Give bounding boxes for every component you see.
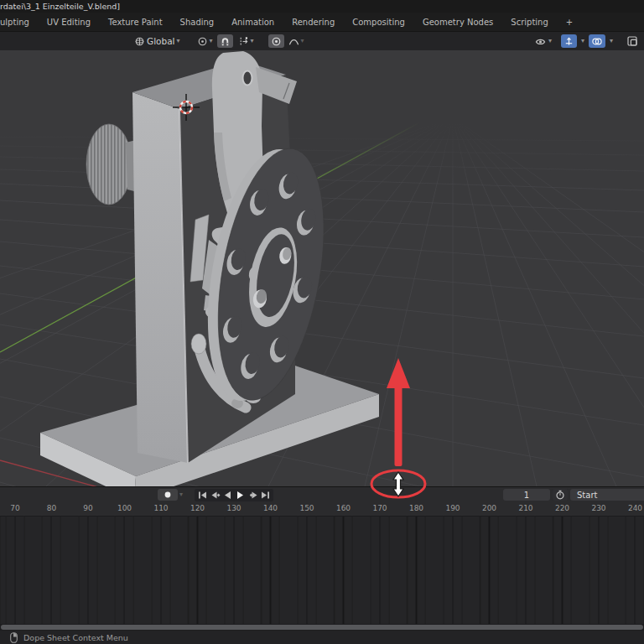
dope-sheet-area[interactable] — [0, 517, 644, 624]
timeline-ruler[interactable]: 7080901001101201301401501601701801902002… — [0, 501, 644, 517]
ruler-tick-label: 140 — [257, 504, 285, 512]
workspace-tab[interactable]: UV Editing — [38, 18, 99, 27]
snap-increment-icon — [237, 36, 249, 47]
falloff-dropdown[interactable]: ▾ — [286, 34, 307, 48]
record-dot-icon — [164, 491, 172, 499]
ruler-tick-label: 190 — [439, 504, 467, 512]
play-reverse-button[interactable] — [221, 490, 234, 501]
ruler-tick-label: 130 — [220, 504, 248, 512]
proportional-editing-toggle[interactable] — [268, 34, 284, 48]
show-overlays-toggle[interactable] — [589, 34, 605, 48]
overlays-dropdown[interactable]: ▾ — [607, 34, 615, 48]
ruler-tick-label: 120 — [184, 504, 212, 512]
workspace-tab[interactable]: Texture Paint — [100, 18, 172, 27]
ruler-tick-label: 180 — [402, 504, 431, 512]
snap-to-dropdown[interactable]: ▾ — [235, 34, 257, 48]
chevron-down-icon: ▾ — [251, 38, 254, 44]
status-hint: Dope Sheet Context Menu — [23, 633, 128, 642]
ruler-tick-label: 70 — [1, 504, 29, 512]
show-gizmos-toggle[interactable] — [561, 34, 577, 48]
ruler-tick-label: 100 — [111, 504, 139, 512]
chevron-down-icon: ▾ — [548, 38, 552, 44]
workspace-tab[interactable]: Geometry Nodes — [413, 18, 501, 27]
workspace-tabbar: ulptingUV EditingTexture PaintShadingAni… — [0, 13, 644, 32]
workspace-tab[interactable]: Scripting — [502, 18, 557, 27]
workspace-tab[interactable]: Shading — [171, 18, 223, 27]
ruler-tick-label: 170 — [366, 504, 394, 512]
ruler-tick-label: 160 — [330, 504, 358, 512]
ruler-tick-label: 90 — [74, 504, 102, 512]
ruler-tick-label: 80 — [38, 504, 66, 512]
ruler-tick-label: 210 — [512, 504, 540, 512]
chevron-down-icon: ▾ — [610, 38, 613, 44]
ruler-tick-label: 220 — [548, 504, 577, 512]
ruler-tick-label: 150 — [293, 504, 321, 512]
pivot-point-dropdown[interactable]: ▾ — [195, 34, 216, 48]
model-mechanism — [0, 50, 644, 486]
ruler-tick-label: 200 — [475, 504, 504, 512]
mouse-icon — [10, 632, 18, 643]
chevron-down-icon: ▾ — [581, 38, 584, 44]
window-titlebar: rdatei\3_1 Einzelteile_V.blend] — [0, 0, 644, 13]
orientation-label: Global — [147, 36, 175, 46]
chevron-down-icon: ▾ — [177, 38, 180, 44]
scrollbar-thumb[interactable] — [1, 625, 643, 630]
xray-icon — [626, 35, 638, 47]
workspace-tab[interactable]: Animation — [223, 18, 283, 27]
timeline-header: ▾ 1 Start — [0, 486, 644, 502]
playback-controls — [195, 489, 273, 501]
knurled-knob — [86, 124, 132, 205]
falloff-curve-icon — [288, 36, 299, 47]
ruler-tick-label: 240 — [621, 504, 644, 512]
ruler-tick-label: 110 — [147, 504, 175, 512]
xray-toggle[interactable] — [624, 34, 641, 48]
stopwatch-icon — [555, 490, 565, 500]
snap-toggle[interactable] — [217, 34, 233, 48]
object-visibility-dropdown[interactable]: ▾ — [532, 34, 554, 48]
status-bar: Dope Sheet Context Menu — [0, 631, 644, 644]
chevron-down-icon: ▾ — [210, 38, 213, 44]
pivot-point-icon — [197, 36, 208, 47]
current-frame-field[interactable]: 1 — [503, 489, 550, 501]
magnet-icon — [220, 36, 231, 47]
ruler-tick-label: 230 — [584, 504, 613, 512]
workspace-tab[interactable]: Compositing — [344, 18, 414, 27]
dope-sheet-scrollbar — [0, 624, 644, 631]
start-label: Start — [577, 491, 597, 500]
workspace-tab[interactable]: Rendering — [283, 18, 344, 27]
jump-to-start-button[interactable] — [196, 490, 209, 501]
gizmo-icon — [564, 36, 574, 47]
chevron-down-icon: ▾ — [301, 38, 304, 44]
workspace-tab[interactable]: ulpting — [0, 18, 38, 27]
3d-viewport[interactable] — [0, 50, 644, 486]
frame-start-field[interactable]: Start 1 — [570, 489, 644, 501]
next-keyframe-button[interactable] — [247, 490, 259, 501]
prev-keyframe-button[interactable] — [209, 490, 221, 501]
workspace-tab[interactable]: + — [557, 18, 581, 27]
overlays-icon — [591, 36, 603, 47]
orientation-globe-icon — [134, 36, 145, 47]
window-title: rdatei\3_1 Einzelteile_V.blend] — [0, 2, 120, 11]
auto-key-button[interactable] — [158, 489, 178, 501]
proportional-editing-icon — [271, 36, 282, 47]
current-frame-value: 1 — [524, 491, 529, 500]
transform-orientation-dropdown[interactable]: Global ▾ — [132, 34, 183, 48]
viewport-header: Global ▾ ▾ — [0, 32, 644, 51]
play-button[interactable] — [234, 490, 247, 501]
gizmos-dropdown[interactable]: ▾ — [579, 34, 587, 48]
auto-key-dropdown[interactable]: ▾ — [179, 491, 183, 498]
jump-to-end-button[interactable] — [259, 490, 272, 501]
eye-icon — [534, 36, 547, 47]
blender-window: rdatei\3_1 Einzelteile_V.blend] ulptingU… — [0, 0, 644, 644]
use-preview-range-button[interactable] — [553, 489, 568, 501]
